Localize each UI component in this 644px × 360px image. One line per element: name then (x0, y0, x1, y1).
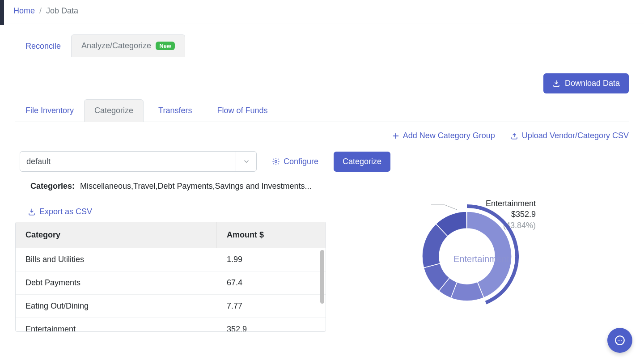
plus-icon (392, 132, 399, 140)
cell-amount: 67.4 (217, 278, 326, 288)
add-category-group-label: Add New Category Group (403, 131, 495, 140)
column-category[interactable]: Category (16, 222, 217, 248)
tab-reconcile[interactable]: Reconcile (15, 34, 71, 57)
table-row[interactable]: Eating Out/Dining 7.77 (16, 295, 326, 318)
table-header: Category Amount $ (16, 222, 326, 248)
tab-categorize[interactable]: Categorize (84, 99, 144, 122)
tab-analyze-categorize[interactable]: Analyze/Categorize New (71, 34, 185, 57)
categories-label: Categories: (30, 182, 75, 191)
cell-category: Eating Out/Dining (16, 301, 217, 311)
categorize-label: Categorize (343, 157, 381, 166)
chat-icon (614, 335, 626, 346)
configure-label: Configure (284, 157, 318, 166)
table-row[interactable]: Bills and Utilities 1.99 (16, 248, 326, 271)
download-icon (552, 80, 560, 88)
table-row[interactable]: Entertainment 352.9 (16, 318, 326, 332)
table-row[interactable]: Debt Payments 67.4 (16, 271, 326, 295)
chevron-down-icon (236, 152, 256, 171)
cell-category: Debt Payments (16, 278, 217, 288)
sub-tabs: File Inventory Categorize Transfers Flow… (15, 99, 629, 122)
upload-csv-label: Upload Vendor/Category CSV (522, 131, 629, 140)
table-body[interactable]: Bills and Utilities 1.99 Debt Payments 6… (16, 248, 326, 332)
donut-leader-line (431, 205, 457, 210)
download-data-label: Download Data (565, 79, 620, 88)
svg-point-4 (621, 340, 622, 341)
breadcrumb-home[interactable]: Home (13, 6, 35, 16)
top-tabs: Reconcile Analyze/Categorize New (15, 34, 629, 57)
svg-point-0 (275, 161, 277, 163)
categories-list-text: Miscellaneous,Travel,Debt Payments,Savin… (80, 182, 312, 191)
category-group-select-value: default (26, 157, 51, 166)
configure-link[interactable]: Configure (272, 157, 318, 166)
tab-transfers[interactable]: Transfers (148, 99, 202, 122)
cell-amount: 1.99 (217, 255, 326, 264)
action-row: Add New Category Group Upload Vendor/Cat… (15, 131, 629, 140)
config-row: default Configure Categorize (15, 151, 629, 172)
export-csv-link[interactable]: Export as CSV (28, 207, 92, 216)
category-table: Category Amount $ Bills and Utilities 1.… (15, 222, 326, 332)
sidebar-edge (0, 0, 4, 25)
svg-point-2 (618, 340, 619, 341)
cell-category: Bills and Utilities (16, 255, 217, 264)
new-badge: New (156, 42, 175, 50)
svg-point-3 (619, 340, 620, 341)
tab-analyze-label: Analyze/Categorize (81, 41, 151, 51)
gear-icon (272, 157, 280, 165)
column-amount[interactable]: Amount $ (217, 222, 326, 248)
cell-amount: 7.77 (217, 301, 326, 311)
cell-category: Entertainment (16, 325, 217, 332)
add-category-group-link[interactable]: Add New Category Group (392, 131, 495, 140)
categories-summary: Categories: Miscellaneous,Travel,Debt Pa… (15, 182, 629, 191)
scrollbar-thumb[interactable] (320, 250, 324, 304)
upload-icon (510, 132, 518, 140)
tab-flow-of-funds[interactable]: Flow of Funds (207, 99, 278, 122)
chat-fab[interactable] (607, 328, 632, 353)
export-csv-label: Export as CSV (39, 207, 92, 216)
category-group-select[interactable]: default (20, 151, 257, 172)
breadcrumb-current: Job Data (46, 6, 78, 16)
cell-amount: 352.9 (217, 325, 326, 332)
breadcrumb-separator: / (39, 6, 42, 16)
donut-center-label: Entertainment (453, 254, 509, 264)
download-icon (28, 208, 36, 216)
download-row: Download Data (15, 73, 629, 93)
tab-file-inventory[interactable]: File Inventory (15, 99, 84, 122)
categorize-button[interactable]: Categorize (334, 152, 390, 172)
donut-chart: Entertainment $352.9 (43.84%) Entertainm… (337, 207, 629, 341)
upload-csv-link[interactable]: Upload Vendor/Category CSV (510, 131, 629, 140)
breadcrumb: Home / Job Data (0, 0, 644, 24)
download-data-button[interactable]: Download Data (543, 73, 629, 93)
